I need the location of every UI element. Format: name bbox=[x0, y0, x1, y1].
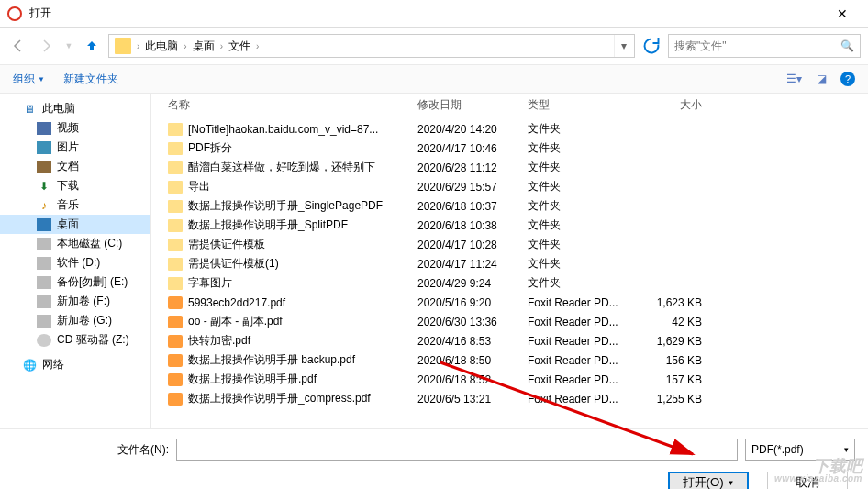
col-size[interactable]: 大小 bbox=[647, 97, 729, 113]
desktop-icon bbox=[37, 218, 51, 231]
sidebar-item-diskd[interactable]: 软件 (D:) bbox=[0, 253, 150, 272]
disk-icon bbox=[37, 315, 51, 328]
titlebar: 打开 ✕ bbox=[0, 0, 868, 28]
crumb-sep: › bbox=[218, 41, 225, 51]
file-date: 2020/6/28 11:12 bbox=[417, 161, 528, 174]
file-date: 2020/4/16 8:53 bbox=[417, 335, 528, 348]
file-date: 2020/6/18 10:37 bbox=[417, 200, 528, 213]
file-name: 字幕图片 bbox=[188, 275, 417, 291]
file-size: 157 KB bbox=[647, 373, 729, 386]
file-date: 2020/6/18 10:38 bbox=[417, 219, 528, 232]
sidebar-item-diskc[interactable]: 本地磁盘 (C:) bbox=[0, 234, 150, 253]
file-name: [NoTitle]haokan.baidu.com_v_vid=87... bbox=[188, 123, 417, 136]
refresh-button[interactable] bbox=[640, 35, 662, 57]
search-icon[interactable]: 🔍 bbox=[840, 39, 854, 52]
disk-icon bbox=[37, 276, 51, 289]
filename-input[interactable] bbox=[176, 439, 738, 461]
close-button[interactable]: ✕ bbox=[824, 6, 861, 21]
file-date: 2020/5/16 9:20 bbox=[417, 296, 528, 309]
crumb-pc[interactable]: 此电脑 bbox=[141, 39, 182, 54]
file-type: Foxit Reader PD... bbox=[528, 316, 647, 328]
up-button[interactable] bbox=[81, 35, 103, 57]
pdf-icon bbox=[168, 373, 183, 386]
window-title: 打开 bbox=[29, 6, 824, 21]
file-date: 2020/6/18 8:50 bbox=[417, 354, 528, 367]
crumb-sep: › bbox=[254, 41, 261, 51]
watermark: 下载吧 www.xiazaiba.com bbox=[774, 458, 862, 483]
col-name[interactable]: 名称 bbox=[168, 97, 417, 113]
file-type: 文件夹 bbox=[528, 121, 647, 137]
sidebar-item-network[interactable]: 🌐网络 bbox=[0, 355, 150, 374]
folder-icon bbox=[168, 161, 183, 174]
col-date[interactable]: 修改日期 bbox=[417, 97, 528, 113]
file-row[interactable]: 数据上报操作说明手册 backup.pdf2020/6/18 8:50Foxit… bbox=[151, 350, 868, 370]
file-row[interactable]: 数据上报操作说明手册.pdf2020/6/18 8:52Foxit Reader… bbox=[151, 370, 868, 389]
crumb-sep: › bbox=[182, 41, 188, 51]
address-bar[interactable]: › 此电脑 › 桌面 › 文件 › ▾ bbox=[108, 34, 635, 58]
sidebar-item-diskf[interactable]: 新加卷 (F:) bbox=[0, 292, 150, 311]
col-type[interactable]: 类型 bbox=[528, 97, 647, 113]
monitor-icon: 🖥 bbox=[22, 103, 37, 116]
new-folder-button[interactable]: 新建文件夹 bbox=[63, 72, 118, 87]
file-name: 数据上报操作说明手册_SinglePagePDF bbox=[188, 198, 417, 214]
preview-pane-button[interactable]: ◪ bbox=[813, 71, 829, 87]
file-name: 需提供证件模板(1) bbox=[188, 256, 417, 272]
file-type: Foxit Reader PD... bbox=[528, 296, 647, 309]
network-icon: 🌐 bbox=[22, 359, 37, 372]
file-row[interactable]: 需提供证件模板(1)2020/4/17 11:24文件夹 bbox=[151, 254, 868, 273]
organize-menu[interactable]: 组织▼ bbox=[13, 72, 45, 87]
help-button[interactable]: ? bbox=[840, 72, 855, 86]
sidebar-item-desktop[interactable]: 桌面 bbox=[0, 215, 150, 234]
file-type: 文件夹 bbox=[528, 160, 647, 175]
file-row[interactable]: 需提供证件模板2020/4/17 10:28文件夹 bbox=[151, 235, 868, 254]
sidebar: 🖥此电脑 视频 图片 文档 ⬇下载 ♪音乐 桌面 本地磁盘 (C:) 软件 (D… bbox=[0, 94, 151, 428]
sidebar-item-diskg[interactable]: 新加卷 (G:) bbox=[0, 311, 150, 330]
file-row[interactable]: PDF拆分2020/4/17 10:46文件夹 bbox=[151, 139, 868, 158]
sidebar-item-pc[interactable]: 🖥此电脑 bbox=[0, 99, 150, 118]
file-date: 2020/4/20 14:20 bbox=[417, 123, 528, 136]
main-area: 🖥此电脑 视频 图片 文档 ⬇下载 ♪音乐 桌面 本地磁盘 (C:) 软件 (D… bbox=[0, 94, 868, 428]
sidebar-item-cdz[interactable]: CD 驱动器 (Z:) bbox=[0, 330, 150, 350]
file-row[interactable]: oo - 副本 - 副本.pdf2020/6/30 13:36Foxit Rea… bbox=[151, 312, 868, 331]
crumb-folder[interactable]: 文件 bbox=[225, 39, 254, 54]
filename-label: 文件名(N): bbox=[13, 442, 169, 458]
sidebar-item-documents[interactable]: 文档 bbox=[0, 157, 150, 176]
file-row[interactable]: 数据上报操作说明手册_compress.pdf2020/6/5 13:21Fox… bbox=[151, 389, 868, 408]
toolbar: 组织▼ 新建文件夹 ☰▾ ◪ ? bbox=[0, 64, 868, 94]
file-row[interactable]: [NoTitle]haokan.baidu.com_v_vid=87...202… bbox=[151, 119, 868, 139]
crumb-sep: › bbox=[135, 41, 141, 51]
sidebar-item-video[interactable]: 视频 bbox=[0, 118, 150, 138]
folder-icon bbox=[168, 142, 183, 155]
footer: 文件名(N): PDF(*.pdf) ▾ 打开(O) ▼ 取消 bbox=[0, 428, 868, 489]
view-options-button[interactable]: ☰▾ bbox=[785, 71, 802, 87]
file-row[interactable]: 快转加密.pdf2020/4/16 8:53Foxit Reader PD...… bbox=[151, 331, 868, 350]
file-row[interactable]: 导出2020/6/29 15:57文件夹 bbox=[151, 177, 868, 196]
sidebar-item-diske[interactable]: 备份[勿删] (E:) bbox=[0, 272, 150, 292]
video-icon bbox=[37, 122, 51, 135]
file-row[interactable]: 数据上报操作说明手册_SinglePagePDF2020/6/18 10:37文… bbox=[151, 196, 868, 216]
search-input[interactable] bbox=[674, 39, 840, 52]
file-name: 快转加密.pdf bbox=[188, 333, 417, 349]
disk-icon bbox=[37, 257, 51, 270]
path-dropdown[interactable]: ▾ bbox=[614, 35, 632, 57]
file-row[interactable]: 5993ecb2dd217.pdf2020/5/16 9:20Foxit Rea… bbox=[151, 293, 868, 312]
file-name: 数据上报操作说明手册_SplitPDF bbox=[188, 217, 417, 233]
crumb-desktop[interactable]: 桌面 bbox=[189, 39, 218, 54]
pdf-icon bbox=[168, 335, 183, 348]
file-name: 5993ecb2dd217.pdf bbox=[188, 296, 417, 309]
folder-icon bbox=[168, 181, 183, 194]
search-box[interactable]: 🔍 bbox=[668, 34, 861, 58]
sidebar-item-music[interactable]: ♪音乐 bbox=[0, 195, 150, 215]
file-row[interactable]: 醋溜白菜这样做，好吃到爆，还特别下2020/6/28 11:12文件夹 bbox=[151, 158, 868, 177]
recent-dropdown[interactable]: ▼ bbox=[62, 35, 75, 57]
file-list-body[interactable]: [NoTitle]haokan.baidu.com_v_vid=87...202… bbox=[151, 117, 868, 428]
file-type: 文件夹 bbox=[528, 179, 647, 194]
back-button[interactable] bbox=[7, 35, 29, 57]
forward-button[interactable] bbox=[35, 35, 57, 57]
app-icon bbox=[7, 6, 22, 21]
sidebar-item-downloads[interactable]: ⬇下载 bbox=[0, 176, 150, 195]
open-button[interactable]: 打开(O) ▼ bbox=[668, 472, 749, 489]
file-row[interactable]: 数据上报操作说明手册_SplitPDF2020/6/18 10:38文件夹 bbox=[151, 216, 868, 235]
file-row[interactable]: 字幕图片2020/4/29 9:24文件夹 bbox=[151, 273, 868, 293]
sidebar-item-pictures[interactable]: 图片 bbox=[0, 138, 150, 157]
